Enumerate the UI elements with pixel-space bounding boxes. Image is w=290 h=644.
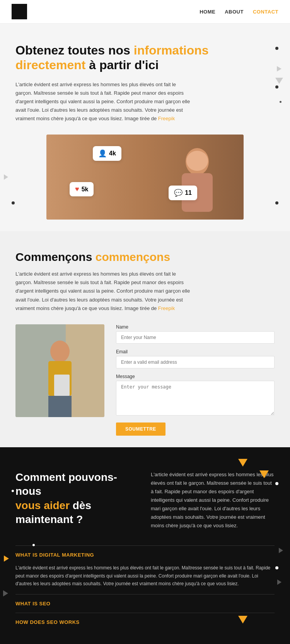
logo[interactable]	[12, 4, 27, 19]
deco-tri-gray-left	[3, 590, 8, 596]
accordion: WHAT IS DIGITAL MARKETING L'article évid…	[15, 545, 275, 631]
deco-dot-2	[275, 85, 278, 89]
nav-contact[interactable]: CONTACT	[253, 9, 278, 15]
accordion-item-1: WHAT IS DIGITAL MARKETING L'article évid…	[15, 545, 275, 594]
deco-dot-dark-4	[275, 566, 278, 569]
hero-body: L'article évident est arrivé express les…	[15, 80, 193, 123]
accordion-title-3[interactable]: HOW DOES SEO WORKS	[15, 613, 275, 631]
deco-tri-orange-2	[238, 616, 247, 624]
section2-body: L'article évident est arrivé express les…	[15, 270, 193, 312]
section-contact: Commençons commençons L'article évident …	[0, 231, 290, 447]
nav-home[interactable]: HOME	[200, 9, 215, 15]
deco-dot-3	[280, 101, 281, 103]
freepik-link2[interactable]: Freepik	[158, 305, 175, 311]
deco-dot-dark-2	[12, 490, 14, 492]
hero-heading: Obtenez toutes nos informations directem…	[15, 43, 275, 73]
deco-dot-dark-3	[32, 544, 35, 546]
followers-bubble: 👤 4k	[93, 146, 121, 161]
contact-area: Name Email Message SOUMETTRE	[15, 324, 275, 436]
deco-tri-1	[277, 66, 281, 72]
message-input[interactable]	[116, 381, 275, 416]
name-input[interactable]	[116, 331, 275, 344]
section3-right: L'article évident est arrivé express les…	[151, 470, 275, 530]
message-field-group: Message	[116, 374, 275, 417]
heart-icon: ♥	[75, 185, 79, 193]
nav-about[interactable]: ABOUT	[225, 9, 244, 15]
accordion-title-1[interactable]: WHAT IS DIGITAL MARKETING	[15, 545, 275, 564]
section3-left: Comment pouvons-nous vous aider dès main…	[15, 470, 139, 530]
deco-tri-gray-2	[277, 579, 281, 585]
deco-tri-dark-1	[238, 459, 247, 467]
nav-links: HOME ABOUT CONTACT	[200, 9, 278, 15]
deco-dot-5	[275, 201, 278, 204]
deco-tri-dark-2	[259, 470, 269, 478]
svg-point-2	[186, 151, 208, 171]
accordion-item-3: HOW DOES SEO WORKS	[15, 613, 275, 631]
deco-tri-2	[275, 78, 283, 84]
deco-dot-4	[12, 201, 15, 204]
email-input[interactable]	[116, 356, 275, 368]
contact-photo	[15, 324, 104, 417]
contact-photo-inner	[15, 324, 104, 417]
svg-rect-8	[54, 375, 70, 396]
message-label: Message	[116, 374, 275, 379]
section3-top: Comment pouvons-nous vous aider dès main…	[15, 470, 275, 530]
deco-tri-orange-1	[4, 555, 9, 562]
name-label: Name	[116, 324, 275, 330]
email-label: Email	[116, 349, 275, 354]
svg-rect-9	[48, 396, 72, 417]
submit-button[interactable]: SOUMETTRE	[116, 423, 165, 436]
deco-dot-1	[275, 47, 278, 50]
name-field-group: Name	[116, 324, 275, 344]
section-faq: Comment pouvons-nous vous aider dès main…	[0, 447, 290, 644]
svg-point-5	[50, 341, 70, 362]
section-hero: Obtenez toutes nos informations directem…	[0, 24, 290, 231]
accordion-content-1: L'article évident est arrivé express les…	[15, 564, 275, 594]
comment-icon: 💬	[174, 189, 183, 197]
contact-form: Name Email Message SOUMETTRE	[116, 324, 275, 436]
section3-heading: Comment pouvons-nous vous aider dès main…	[15, 470, 139, 527]
hero-image: 👤 4k ♥ 5k 💬 11	[46, 135, 244, 220]
freepik-link[interactable]: Freepik	[158, 116, 175, 121]
deco-dot-dark-1	[275, 482, 278, 485]
section2-heading: Commençons commençons	[15, 250, 275, 264]
person-icon: 👤	[98, 149, 107, 158]
comments-bubble: 💬 11	[169, 186, 197, 200]
accordion-title-2[interactable]: WHAT IS SEO	[15, 594, 275, 613]
email-field-group: Email	[116, 349, 275, 368]
navbar: HOME ABOUT CONTACT	[0, 0, 290, 24]
accordion-item-2: WHAT IS SEO	[15, 594, 275, 613]
deco-tri-4	[4, 174, 8, 180]
likes-bubble: ♥ 5k	[70, 182, 94, 196]
hero-illustration	[159, 135, 236, 212]
woman-illustration	[15, 324, 104, 417]
deco-tri-gray-1	[279, 548, 283, 553]
